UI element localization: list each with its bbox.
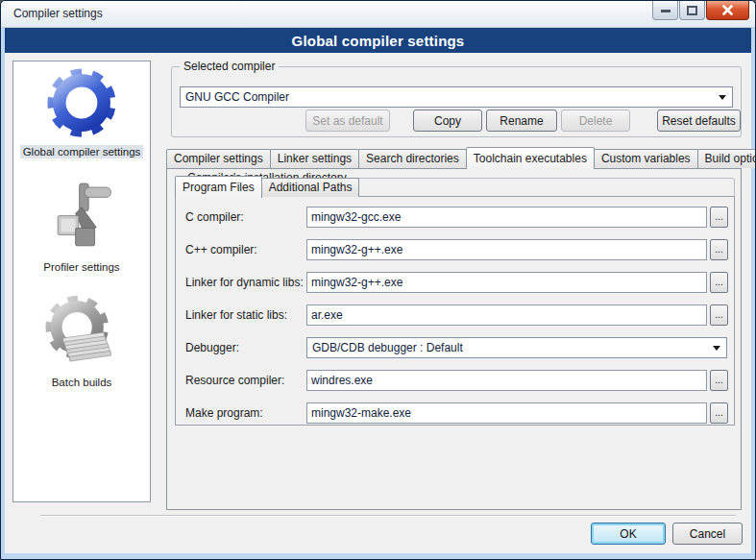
browse-button[interactable]: ...: [710, 207, 728, 228]
field-input[interactable]: [306, 272, 707, 293]
maximize-icon: [687, 6, 697, 15]
reset-defaults-button[interactable]: Reset defaults: [657, 110, 741, 132]
field-label: C++ compiler:: [185, 243, 257, 256]
minimize-button[interactable]: [652, 1, 678, 20]
chevron-down-icon: [713, 346, 720, 354]
dialog-title: Global compiler settings: [292, 33, 465, 49]
settings-category-list: Global compiler settings Profiler settin…: [12, 61, 151, 502]
subtab-program-files[interactable]: Program Files: [175, 176, 262, 198]
compiler-select[interactable]: GNU GCC Compiler: [180, 86, 733, 108]
tab-build-options[interactable]: Build options: [697, 149, 756, 168]
sidebar-item-profiler-settings[interactable]: Profiler settings: [40, 180, 122, 274]
field-label: Resource compiler:: [185, 374, 284, 387]
field-label: C compiler:: [185, 210, 244, 224]
program-files-fields: C compiler: ... C++ compiler: ... Linker…: [175, 196, 735, 426]
toolchain-field-row: Debugger: GDB/CDB debugger : Default: [176, 337, 734, 358]
browse-button[interactable]: ...: [710, 272, 728, 293]
toolchain-field-row: Linker for static libs: ...: [176, 304, 734, 326]
compiler-actions: Set as default Copy Rename Delete Reset …: [172, 110, 741, 132]
dialog-header: Global compiler settings: [5, 28, 751, 53]
selected-compiler-group: Selected compiler GNU GCC Compiler Set a…: [171, 66, 742, 137]
sidebar-item-label: Global compiler settings: [20, 145, 144, 158]
toolchain-field-row: Make program: ...: [176, 402, 734, 424]
settings-tab-strip: Compiler settingsLinker settingsSearch d…: [166, 146, 742, 168]
field-label: Make program:: [185, 406, 263, 420]
dialog-body: Global compiler settings Profiler settin…: [5, 53, 751, 553]
field-input[interactable]: [306, 402, 707, 424]
field-input[interactable]: [306, 239, 707, 260]
browse-button[interactable]: ...: [710, 304, 728, 326]
browse-button[interactable]: ...: [710, 402, 728, 424]
compiler-select-value: GNU GCC Compiler: [185, 90, 289, 104]
rename-button[interactable]: Rename: [486, 110, 557, 132]
tab-custom-variables[interactable]: Custom variables: [594, 149, 698, 168]
cancel-button[interactable]: Cancel: [672, 523, 743, 545]
copy-button[interactable]: Copy: [413, 110, 482, 132]
batch-builds-gear-icon: [43, 295, 120, 372]
sidebar-item-label: Profiler settings: [40, 260, 122, 274]
blue-gear-icon: [43, 64, 120, 141]
toolchain-executables-panel: Compiler's installation directory ... Au…: [166, 168, 742, 510]
minimize-icon: [661, 6, 671, 15]
tab-linker-settings[interactable]: Linker settings: [270, 149, 359, 168]
toolchain-field-row: C compiler: ...: [176, 207, 734, 228]
field-label: Debugger:: [185, 341, 239, 354]
tab-toolchain-executables[interactable]: Toolchain executables: [466, 147, 595, 169]
browse-button[interactable]: ...: [710, 370, 728, 391]
compiler-settings-window: Compiler settings Global compiler settin…: [0, 0, 756, 560]
subtab-additional-paths[interactable]: Additional Paths: [261, 178, 360, 197]
close-button[interactable]: [706, 1, 749, 20]
sidebar-item-label: Batch builds: [49, 376, 115, 389]
toolchain-field-row: Linker for dynamic libs: ...: [176, 272, 734, 293]
field-select-value: GDB/CDB debugger : Default: [312, 341, 463, 354]
ok-button[interactable]: OK: [591, 523, 666, 545]
field-select[interactable]: GDB/CDB debugger : Default: [306, 337, 727, 358]
sidebar-item-batch-builds[interactable]: Batch builds: [43, 295, 120, 389]
toolchain-field-row: C++ compiler: ...: [176, 239, 734, 260]
toolchain-field-row: Resource compiler: ...: [176, 370, 734, 391]
close-icon: [722, 5, 733, 15]
main-settings-column: Selected compiler GNU GCC Compiler Set a…: [163, 59, 745, 510]
field-input[interactable]: [306, 304, 707, 326]
sidebar-item-global-compiler-settings[interactable]: Global compiler settings: [20, 64, 144, 158]
chevron-down-icon: [719, 95, 726, 104]
maximize-button[interactable]: [679, 1, 705, 20]
tab-search-directories[interactable]: Search directories: [358, 149, 467, 168]
window-controls: [651, 1, 749, 20]
browse-button[interactable]: ...: [710, 239, 728, 260]
titlebar[interactable]: Compiler settings: [1, 1, 755, 28]
group-label: Selected compiler: [180, 60, 279, 73]
field-label: Linker for static libs:: [185, 308, 287, 322]
tab-compiler-settings[interactable]: Compiler settings: [166, 149, 271, 168]
footer-divider: [40, 515, 736, 517]
field-input[interactable]: [306, 207, 707, 228]
window-title: Compiler settings: [13, 7, 103, 20]
set-as-default-button[interactable]: Set as default: [305, 110, 390, 132]
field-label: Linker for dynamic libs:: [185, 276, 304, 289]
profiler-caliper-icon: [43, 180, 120, 256]
program-files-tab-strip: Program FilesAdditional Paths: [175, 176, 741, 197]
field-input[interactable]: [306, 370, 707, 391]
delete-button[interactable]: Delete: [561, 110, 630, 132]
